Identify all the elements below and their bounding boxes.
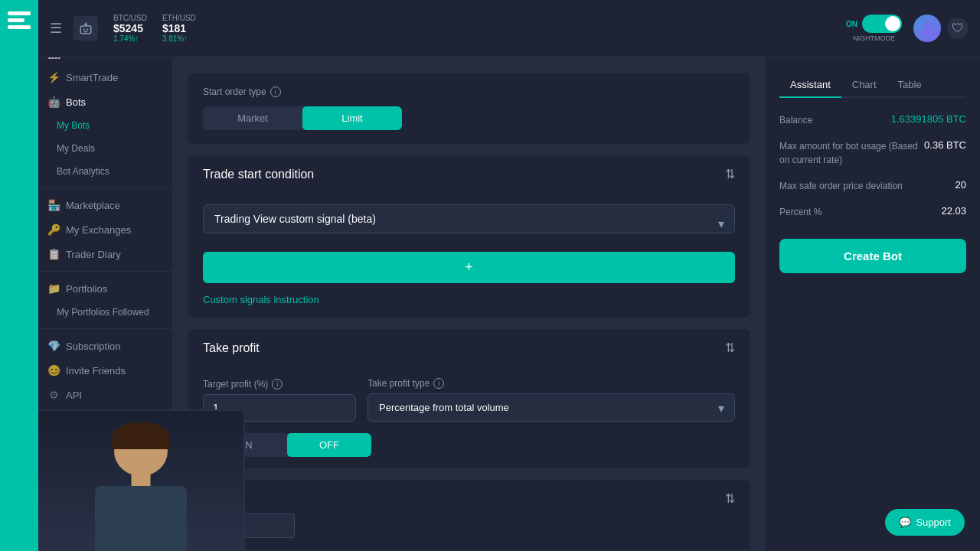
video-placeholder: [38, 411, 243, 551]
exchanges-icon: 🔑: [47, 223, 60, 236]
menu-icon[interactable]: ☰: [50, 20, 62, 37]
sidebar-item-marketplace[interactable]: 🏪 Marketplace: [38, 193, 172, 217]
nightmode-label: NIGHTMODE: [853, 34, 895, 42]
balance-key: Balance: [779, 113, 891, 127]
support-label: Support: [916, 517, 951, 528]
support-icon: 💬: [899, 517, 911, 528]
signal-select[interactable]: Trading View custom signal (beta)Custom …: [203, 204, 735, 233]
smarttrade-icon: ⚡: [47, 71, 60, 83]
invite-icon: 😊: [47, 364, 60, 377]
sidebar-item-mybots[interactable]: My Bots: [38, 114, 172, 137]
order-btn-limit[interactable]: Limit: [302, 106, 402, 130]
take-profit-body: Target profit (%) i % Take profit type i: [188, 367, 750, 468]
sidebar-divider-1: [38, 187, 172, 188]
bots-icon: 🤖: [47, 96, 60, 108]
main-content: Start order type i Market Limit Trade st…: [172, 57, 766, 551]
order-btn-market[interactable]: Market: [203, 106, 302, 130]
sidebar-item-api[interactable]: ⚙ API: [38, 383, 172, 407]
sidebar-label-exchanges: My Exchanges: [66, 224, 131, 236]
sidebar-item-smarttrade[interactable]: ⚡ SmartTrade: [38, 65, 172, 90]
sidebar-label-diary: Trader Diary: [66, 249, 121, 260]
sidebar-label-bots: Bots: [66, 96, 86, 108]
eth-pair-label: ETH/USD: [162, 14, 196, 22]
sidebar-item-invite[interactable]: 😊 Invite Friends: [38, 358, 172, 383]
sidebar-item-portfolios-followed[interactable]: My Portfolios Followed: [38, 301, 172, 324]
tab-chart[interactable]: Chart: [841, 73, 887, 96]
bottom-section-header: …ders ⇅: [203, 491, 735, 506]
profit-type-select-wrapper: Percentage from total volume Percentage …: [368, 393, 735, 422]
nightmode-on-label: ON: [846, 20, 858, 28]
start-order-info-icon[interactable]: i: [270, 86, 281, 97]
sidebar-item-mydeals[interactable]: My Deals: [38, 137, 172, 160]
add-signal-button[interactable]: +: [203, 252, 735, 283]
btc-price-change: 1.74%↑: [113, 34, 147, 43]
security-icon[interactable]: 🛡: [947, 18, 969, 39]
info-balance: Balance 1.63391805 BTC: [779, 113, 966, 127]
profit-type-group: Take profit type i Percentage from total…: [368, 378, 735, 422]
percent-value: 22.03: [941, 205, 966, 217]
take-profit-title: Take profit: [203, 341, 260, 355]
portfolios-icon: 📁: [47, 282, 60, 295]
percent-key: Percent %: [779, 205, 941, 219]
trade-condition-title: Trade start condition: [203, 168, 314, 181]
max-deviation-value: 20: [956, 179, 966, 191]
sidebar-label-invite: Invite Friends: [66, 365, 126, 377]
take-profit-section: Take profit ⇅ Target profit (%) i %: [188, 329, 750, 468]
sidebar-item-subscription[interactable]: 💎 Subscription: [38, 334, 172, 358]
bots-header-icon[interactable]: [74, 16, 98, 41]
sidebar-item-bots[interactable]: 🤖 Bots: [38, 90, 172, 114]
custom-signals-link[interactable]: Custom signals instruction: [203, 294, 319, 305]
user-avatar[interactable]: [913, 15, 941, 42]
toggle-off-button[interactable]: OFF: [287, 433, 371, 457]
max-amount-value: 0.36 BTC: [924, 139, 966, 151]
tab-assistant[interactable]: Assistant: [779, 73, 841, 98]
svg-point-2: [87, 28, 88, 30]
sidebar-item-exchanges[interactable]: 🔑 My Exchanges: [38, 217, 172, 242]
signal-select-wrapper: Trading View custom signal (beta)Custom …: [203, 204, 735, 243]
right-panel-tabs: Assistant Chart Table: [779, 73, 966, 98]
svg-point-3: [924, 22, 930, 28]
sidebar-item-diary[interactable]: 📋 Trader Diary: [38, 242, 172, 266]
sidebar-item-botanalytics[interactable]: Bot Analytics: [38, 160, 172, 183]
trade-condition-header[interactable]: Trade start condition ⇅: [188, 155, 750, 193]
sidebar-label-portfolios-followed: My Portfolios Followed: [57, 307, 149, 318]
take-profit-header[interactable]: Take profit ⇅: [188, 329, 750, 367]
sidebar-label-mydeals: My Deals: [57, 143, 95, 154]
info-max-deviation: Max safe order price deviation 20: [779, 179, 966, 193]
sidebar-label-botanalytics: Bot Analytics: [57, 166, 109, 177]
svg-rect-0: [80, 26, 91, 34]
sidebar-divider-3: [38, 328, 172, 329]
right-panel: Assistant Chart Table Balance 1.63391805…: [766, 57, 980, 551]
order-type-buttons: Market Limit: [203, 106, 402, 130]
sidebar-label-portfolios: Portfolios: [66, 283, 107, 295]
app-logo-icon[interactable]: [8, 11, 31, 30]
video-overlay: [38, 409, 245, 551]
trailing-toggle-row: ON OFF: [203, 433, 735, 457]
start-order-label: Start order type i: [203, 86, 735, 97]
nightmode-toggle[interactable]: [862, 15, 902, 33]
trade-condition-section: Trade start condition ⇅ Trading View cus…: [188, 155, 750, 318]
support-button[interactable]: 💬 Support: [885, 509, 965, 536]
sidebar-item-portfolios[interactable]: 📁 Portfolios: [38, 276, 172, 301]
balance-value: 1.63391805 BTC: [891, 113, 966, 125]
sidebar-label-api: API: [66, 390, 82, 401]
max-amount-key: Max amount for bot usage (Based on curre…: [779, 139, 924, 167]
svg-point-1: [83, 28, 85, 30]
profit-type-label: Take profit type i: [368, 378, 735, 389]
trade-condition-expand-icon: ⇅: [725, 167, 735, 181]
take-profit-expand-icon: ⇅: [725, 341, 735, 355]
profit-type-info-icon[interactable]: i: [433, 378, 444, 389]
create-bot-button[interactable]: Create Bot: [779, 239, 966, 273]
bottom-section: …ders ⇅: [188, 480, 750, 549]
target-profit-info-icon[interactable]: i: [272, 379, 283, 390]
max-deviation-key: Max safe order price deviation: [779, 179, 956, 193]
toggle-knob: [885, 16, 900, 31]
diary-icon: 📋: [47, 248, 60, 260]
profit-type-select[interactable]: Percentage from total volume Percentage …: [368, 393, 735, 422]
api-icon: ⚙: [47, 389, 60, 401]
start-order-section: Start order type i Market Limit: [188, 73, 750, 144]
btc-price-value: $5245: [113, 22, 147, 34]
accent-bar: [0, 0, 38, 551]
eth-price-change: 3.81%↑: [162, 34, 196, 43]
tab-table[interactable]: Table: [887, 73, 933, 96]
